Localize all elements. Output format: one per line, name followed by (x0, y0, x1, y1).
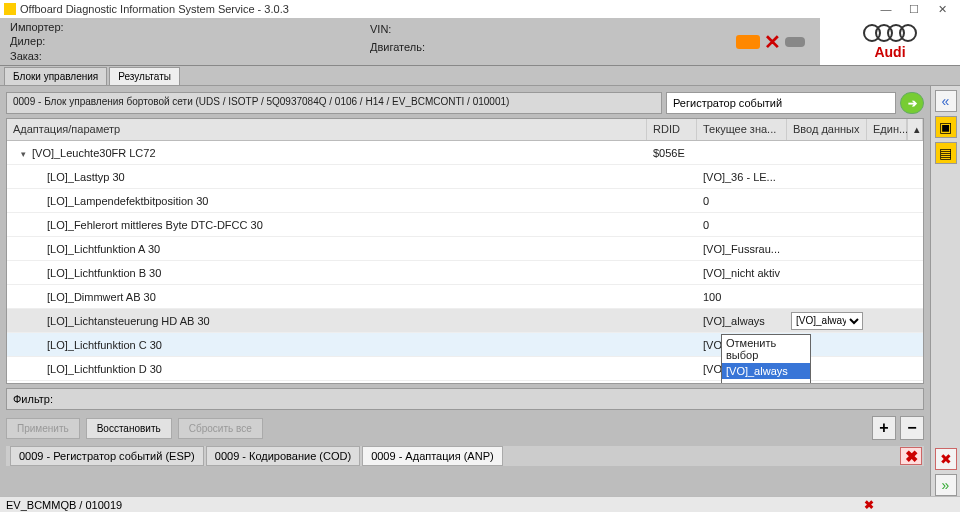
grid-group-row[interactable]: [VO]_Leuchte30FR LC72$056E (7, 141, 923, 165)
order-label: Заказ: (10, 50, 350, 62)
grid-row[interactable]: [LO]_Lampendefektbitposition 30 0 (7, 189, 923, 213)
importer-label: Импортер: (10, 21, 350, 33)
filter-row: Фильтр: (6, 388, 924, 410)
col-unit[interactable]: Един... (867, 119, 907, 140)
reset-all-button[interactable]: Сбросить все (178, 418, 263, 439)
col-rdid[interactable]: RDID (647, 119, 697, 140)
sidebar-close-button[interactable]: ✖ (935, 448, 957, 470)
function-select[interactable]: Регистратор событий (666, 92, 896, 114)
col-name[interactable]: Адаптация/параметр (7, 119, 647, 140)
grid-row[interactable]: [LO]_Dimmwert AB 30 100 (7, 285, 923, 309)
maximize-button[interactable]: ☐ (900, 1, 928, 17)
connection-icons: ✕ (720, 18, 820, 65)
tab-anp[interactable]: 0009 - Адаптация (ANP) (362, 446, 503, 466)
sidebar-back-button[interactable]: « (935, 90, 957, 112)
dropdown-option[interactable]: [VO]_only_if_closed (722, 379, 810, 385)
window-title: Offboard Diagnostic Information System S… (20, 3, 289, 15)
car-icon (736, 35, 760, 49)
sidebar-doc-button[interactable]: ▤ (935, 142, 957, 164)
col-input[interactable]: Ввод данных (787, 119, 867, 140)
brand-panel: Audi (820, 18, 960, 65)
apply-button[interactable]: Применить (6, 418, 80, 439)
header: Импортер: Дилер: Заказ: VIN: Двигатель: … (0, 18, 960, 66)
grid-row[interactable]: [LO]_Lichtansteuerung HD AB 30 [VO]_alwa… (7, 309, 923, 333)
tab-esp[interactable]: 0009 - Регистратор событий (ESP) (10, 446, 204, 466)
close-button[interactable]: ✕ (928, 1, 956, 17)
audi-logo-icon (863, 24, 917, 42)
dealer-label: Дилер: (10, 35, 350, 47)
statusbar: EV_BCMMQB / 010019 ✖ (0, 496, 960, 512)
bottom-tabs: 0009 - Регистратор событий (ESP) 0009 - … (6, 446, 924, 466)
sidebar-next-button[interactable]: » (935, 474, 957, 496)
col-current[interactable]: Текущее зна... (697, 119, 787, 140)
dropdown-cancel[interactable]: Отменить выбор (722, 335, 810, 363)
minimize-button[interactable]: — (872, 1, 900, 17)
minus-button[interactable]: − (900, 416, 924, 440)
execute-button[interactable]: ➔ (900, 92, 924, 114)
value-dropdown[interactable]: Отменить выбор [VO]_always [VO]_only_if_… (721, 334, 811, 385)
tab-results[interactable]: Результаты (109, 67, 180, 85)
dropdown-option[interactable]: [VO]_always (722, 363, 810, 379)
close-tab-button[interactable]: ✖ (900, 447, 922, 465)
status-text: EV_BCMMQB / 010019 (6, 499, 122, 511)
grid-row[interactable]: [LO]_Lasttyp 30 [VO]_36 - LE... (7, 165, 923, 189)
main-tabs: Блоки управления Результаты (0, 66, 960, 86)
disconnected-icon: ✕ (764, 30, 781, 54)
filter-input[interactable] (57, 394, 917, 405)
grid-row[interactable]: [LO]_Lichtfunktion B 30 [VO]_nicht aktiv (7, 261, 923, 285)
right-sidebar: « ▣ ▤ ✖ » (930, 86, 960, 496)
grid-header: Адаптация/параметр RDID Текущее зна... В… (7, 119, 923, 141)
adaptation-grid: Адаптация/параметр RDID Текущее зна... В… (6, 118, 924, 384)
grid-row[interactable]: [LO]_Fehlerort mittleres Byte DTC-DFCC 3… (7, 213, 923, 237)
value-select[interactable]: [VO]_always (791, 312, 863, 330)
status-error-icon: ✖ (864, 498, 874, 512)
filter-label: Фильтр: (13, 393, 53, 405)
app-icon (4, 3, 16, 15)
workarea: 0009 - Блок управления бортовой сети (UD… (0, 86, 930, 496)
scroll-up-icon[interactable]: ▴ (907, 119, 923, 140)
titlebar: Offboard Diagnostic Information System S… (0, 0, 960, 18)
vin-label: VIN: (370, 23, 710, 35)
brand-name: Audi (874, 44, 905, 60)
restore-button[interactable]: Восстановить (86, 418, 172, 439)
grid-row[interactable]: [LO]_Lichtfunktion A 30 [VO]_Fussrau... (7, 237, 923, 261)
module-title: 0009 - Блок управления бортовой сети (UD… (6, 92, 662, 114)
engine-label: Двигатель: (370, 41, 710, 53)
plus-button[interactable]: + (872, 416, 896, 440)
tab-control-units[interactable]: Блоки управления (4, 67, 107, 85)
key-icon (785, 37, 805, 47)
tab-cod[interactable]: 0009 - Кодирование (COD) (206, 446, 360, 466)
sidebar-collapse-button[interactable]: ▣ (935, 116, 957, 138)
